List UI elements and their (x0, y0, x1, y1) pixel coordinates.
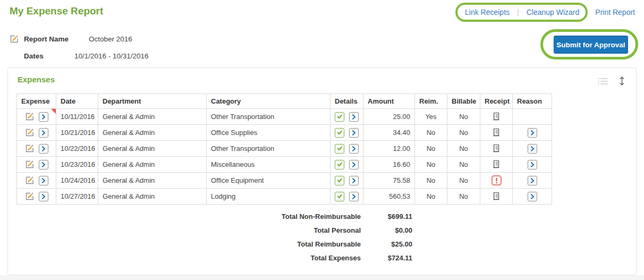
total-row: Total Reimbursable $25.00 (16, 237, 414, 251)
details-cell (331, 157, 363, 173)
details-view-button[interactable] (349, 176, 359, 185)
receipt-icon[interactable] (493, 128, 500, 138)
report-name-row: Report Name October 2016 (10, 35, 132, 44)
reason-cell (513, 189, 552, 205)
reimbursable-cell: No (415, 157, 447, 173)
reason-view-button[interactable] (528, 144, 537, 154)
department-cell: General & Admin (98, 157, 207, 173)
receipt-icon[interactable] (493, 160, 500, 169)
unsaved-flag-icon (51, 109, 56, 114)
total-label: Total Reimbursable (16, 240, 361, 248)
table-row: 10/21/2016 General & Admin Office Suppli… (17, 125, 552, 141)
date-cell: 10/24/2016 (56, 173, 98, 189)
edit-expense-button[interactable] (24, 144, 34, 154)
edit-report-name-icon[interactable] (10, 35, 19, 44)
category-cell: Other Transportation (207, 109, 331, 125)
view-expense-button[interactable] (39, 128, 48, 138)
department-cell: General & Admin (98, 125, 207, 141)
reimbursable-cell: No (415, 173, 447, 189)
amount-cell: 25.00 (363, 109, 415, 125)
expense-actions-cell (17, 125, 56, 141)
details-check-icon[interactable] (335, 144, 344, 154)
view-expense-button[interactable] (39, 112, 48, 122)
receipt-cell (480, 109, 513, 125)
total-label: Total Non-Reimbursable (16, 213, 361, 220)
details-check-icon[interactable] (335, 112, 344, 122)
category-cell: Office Equipment (207, 173, 331, 189)
details-view-button[interactable] (349, 128, 359, 138)
edit-expense-button[interactable] (24, 112, 34, 122)
amount-cell: 560.53 (363, 189, 415, 205)
reason-cell (513, 125, 552, 141)
receipt-icon[interactable] (493, 144, 500, 154)
table-row: 10/24/2016 General & Admin Office Equipm… (17, 173, 552, 189)
table-row: 10/11/2016 General & Admin Other Transpo… (17, 109, 552, 125)
amount-cell: 34.40 (363, 125, 415, 141)
reason-view-button[interactable] (528, 128, 537, 138)
billable-cell: No (447, 189, 480, 205)
expense-table-body: 10/11/2016 General & Admin Other Transpo… (17, 109, 552, 205)
expense-actions-cell (17, 173, 56, 189)
submit-button-wrap: Submit for Approval (554, 36, 628, 54)
details-cell (331, 141, 363, 157)
total-value: $699.11 (361, 213, 414, 220)
table-header-row: Expense Date Department Category Details… (17, 94, 552, 109)
totals-section: Total Non-Reimbursable $699.11 Total Per… (16, 209, 414, 265)
reason-view-button[interactable] (528, 176, 537, 185)
details-check-icon[interactable] (335, 128, 344, 138)
details-cell (331, 109, 363, 125)
total-value: $25.00 (361, 240, 414, 248)
billable-cell: No (447, 141, 480, 157)
receipt-icon[interactable] (493, 112, 500, 122)
view-expense-button[interactable] (39, 176, 48, 185)
table-row: 10/27/2016 General & Admin Lodging 560.5… (17, 189, 552, 205)
reason-cell (513, 109, 552, 125)
link-receipts-link[interactable]: Link Receipts (465, 8, 510, 16)
date-cell: 10/11/2016 (56, 109, 98, 125)
col-reason: Reason (513, 94, 552, 109)
expense-actions-cell (17, 189, 56, 205)
amount-cell: 16.60 (363, 157, 415, 173)
list-view-icon[interactable] (598, 78, 608, 85)
details-view-button[interactable] (349, 160, 359, 169)
cleanup-wizard-link[interactable]: Cleanup Wizard (527, 8, 580, 16)
total-label: Total Personal (16, 226, 361, 234)
edit-expense-button[interactable] (24, 176, 34, 185)
up-down-arrow-icon[interactable] (618, 76, 625, 86)
billable-cell: No (447, 109, 480, 125)
category-cell: Other Transportation (207, 141, 331, 157)
submit-for-approval-button[interactable]: Submit for Approval (554, 36, 628, 54)
details-cell (331, 173, 363, 189)
dates-value: 10/1/2016 - 10/31/2016 (74, 52, 149, 60)
details-check-icon[interactable] (335, 176, 344, 185)
details-view-button[interactable] (349, 192, 359, 201)
department-cell: General & Admin (98, 141, 207, 157)
edit-expense-button[interactable] (24, 128, 34, 138)
view-expense-button[interactable] (39, 144, 48, 154)
date-cell: 10/21/2016 (56, 125, 98, 141)
view-expense-button[interactable] (39, 192, 48, 201)
reimbursable-cell: Yes (415, 109, 447, 125)
reason-cell (513, 157, 552, 173)
details-view-button[interactable] (349, 144, 359, 154)
view-expense-button[interactable] (39, 160, 48, 169)
col-amount: Amount (363, 94, 415, 109)
report-name-label: Report Name (24, 35, 89, 43)
report-name-value: October 2016 (89, 35, 132, 43)
details-check-icon[interactable] (335, 160, 344, 169)
receipt-icon[interactable] (493, 192, 500, 201)
total-row: Total Non-Reimbursable $699.11 (16, 209, 414, 223)
edit-expense-button[interactable] (24, 160, 34, 169)
details-check-icon[interactable] (335, 192, 344, 201)
department-cell: General & Admin (98, 189, 207, 205)
amount-cell: 75.58 (363, 173, 415, 189)
receipt-alert-icon[interactable] (492, 175, 502, 185)
details-view-button[interactable] (349, 112, 359, 122)
reason-view-button[interactable] (528, 192, 537, 201)
edit-expense-button[interactable] (24, 192, 34, 201)
annotated-link-group: Link Receipts | Cleanup Wizard (463, 8, 581, 16)
reason-view-button[interactable] (528, 160, 537, 169)
receipt-cell (480, 189, 513, 205)
print-report-link[interactable]: Print Report (595, 8, 635, 16)
dates-label: Dates (24, 52, 74, 60)
